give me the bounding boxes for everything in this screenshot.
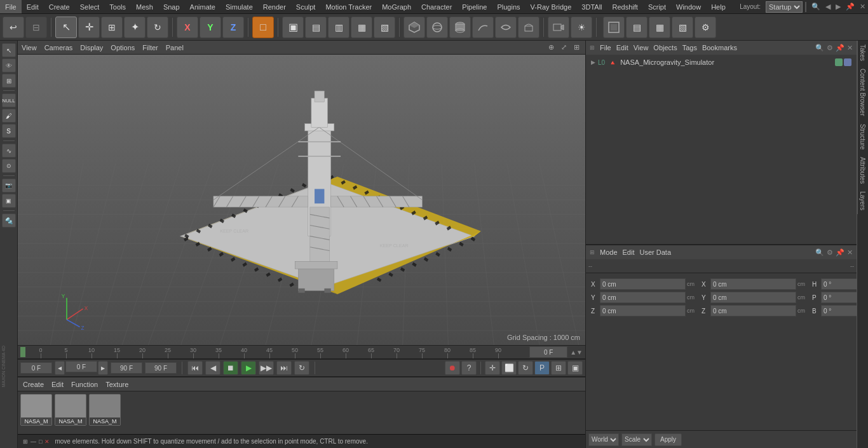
objects-menu-edit[interactable]: Edit: [616, 44, 628, 51]
p-tool-pb[interactable]: P: [534, 361, 550, 375]
frame-step-next-button[interactable]: ▶: [98, 361, 108, 375]
vp-icon-arrows[interactable]: ⤢: [559, 43, 569, 53]
motion-button[interactable]: ▧: [374, 17, 395, 38]
objects-pin-icon[interactable]: 📌: [836, 44, 844, 52]
attr-menu-mode[interactable]: Mode: [600, 248, 618, 256]
status-minimize-btn[interactable]: —: [31, 438, 36, 445]
material-thumb-1[interactable]: NASA_M: [55, 394, 86, 426]
lt-snap2[interactable]: ⊙: [2, 159, 16, 173]
lt-pointer[interactable]: ↖: [2, 43, 16, 57]
menu-character[interactable]: Character: [416, 0, 457, 13]
vp-icon-dots[interactable]: ⊕: [546, 43, 556, 53]
spline-button[interactable]: [472, 17, 494, 38]
lt-s-icon[interactable]: S: [2, 124, 16, 138]
mat-menu-texture[interactable]: Texture: [105, 381, 128, 388]
loop-button[interactable]: ↻: [294, 361, 309, 375]
z-axis-button[interactable]: Z: [222, 17, 244, 38]
light-button[interactable]: ☀: [571, 17, 592, 38]
apply-button[interactable]: Apply: [654, 433, 682, 446]
pos-x2-input[interactable]: [710, 278, 796, 290]
snap-button[interactable]: ▣: [282, 17, 304, 38]
menu-simulate[interactable]: Simulate: [220, 0, 258, 13]
record-button[interactable]: ⏺: [445, 361, 460, 375]
pos-z-input[interactable]: [600, 305, 686, 316]
start-frame-input[interactable]: [20, 362, 52, 374]
attr-menu-edit[interactable]: Edit: [623, 248, 635, 256]
objects-menu-view[interactable]: View: [634, 44, 649, 51]
create-tool-button[interactable]: ✦: [124, 17, 146, 38]
objects-menu-tags[interactable]: Tags: [682, 44, 697, 51]
layout-select[interactable]: Startup: [766, 1, 803, 13]
back-icon[interactable]: ◀: [823, 3, 833, 11]
menu-tools[interactable]: Tools: [104, 0, 131, 13]
rotate-tool-button[interactable]: ↻: [147, 17, 168, 38]
mat-menu-function[interactable]: Function: [71, 381, 98, 388]
sphere-button[interactable]: [426, 17, 448, 38]
cube-button[interactable]: [403, 17, 425, 38]
objects-menu-bookmarks[interactable]: Bookmarks: [702, 44, 737, 51]
search-icon[interactable]: 🔍: [809, 3, 823, 11]
current-frame-input[interactable]: [529, 346, 567, 358]
objects-search-icon[interactable]: 🔍: [815, 44, 824, 52]
frame-step-prev-button[interactable]: ◀: [55, 361, 65, 375]
menu-select[interactable]: Select: [75, 0, 105, 13]
object-mode-button[interactable]: □: [252, 17, 274, 38]
frame-arrows[interactable]: ▲▼: [570, 349, 583, 356]
redo-button[interactable]: ⊟: [25, 17, 47, 38]
object-item-nasa[interactable]: ▶ L0 🔺 NASA_Microgravity_Simulator: [588, 57, 854, 67]
vp-menu-display[interactable]: Display: [80, 44, 103, 51]
render-settings-button[interactable]: ⚙: [695, 17, 716, 38]
rotate-tool-pb[interactable]: ↻: [518, 361, 533, 375]
goto-end-button[interactable]: ⏭: [276, 361, 292, 375]
mat-menu-create[interactable]: Create: [23, 381, 44, 388]
current-frame-input2[interactable]: [65, 361, 97, 372]
menu-motion-tracker[interactable]: Motion Tracker: [320, 0, 377, 13]
menu-plugins[interactable]: Plugins: [492, 0, 525, 13]
render-active-button[interactable]: ▦: [649, 17, 670, 38]
select-tool-button[interactable]: ↖: [55, 17, 77, 38]
lt-grid[interactable]: ⊞: [2, 74, 16, 88]
close-menu-icon[interactable]: ✕: [857, 3, 868, 11]
object-expand-icon[interactable]: ▶: [591, 59, 595, 65]
world-select[interactable]: World: [588, 433, 619, 446]
lt-camera[interactable]: 📷: [2, 179, 16, 193]
menu-3dtall[interactable]: 3DTAll: [576, 0, 607, 13]
menu-edit[interactable]: Edit: [22, 0, 44, 13]
menu-help[interactable]: Help: [706, 0, 731, 13]
forward-icon[interactable]: ▶: [833, 3, 843, 11]
pos-z2-input[interactable]: [710, 305, 796, 316]
play-stop-button[interactable]: ⏹: [223, 361, 238, 375]
objects-menu-file[interactable]: File: [600, 44, 611, 51]
pin-icon[interactable]: 📌: [843, 3, 857, 11]
tab-structure[interactable]: Structure: [857, 120, 868, 154]
object-badge-1[interactable]: [835, 58, 843, 66]
lt-render2[interactable]: ▣: [2, 194, 16, 208]
deformer-button[interactable]: [518, 17, 539, 38]
render-tool-pb[interactable]: ▣: [567, 361, 583, 375]
end-frame-input2[interactable]: [145, 362, 177, 374]
play-back-button[interactable]: ◀: [205, 361, 220, 375]
attr-search-icon[interactable]: 🔍: [815, 248, 824, 257]
lt-curve[interactable]: ∿: [2, 144, 16, 158]
move-tool-pb[interactable]: ✛: [485, 361, 500, 375]
menu-vray[interactable]: V-Ray Bridge: [526, 0, 577, 13]
status-maximize-btn[interactable]: □: [39, 438, 42, 445]
lt-eye[interactable]: 👁: [2, 58, 16, 72]
vp-menu-options[interactable]: Options: [111, 44, 135, 51]
lt-paint[interactable]: 🖌: [2, 109, 16, 123]
objects-close-icon[interactable]: ✕: [847, 44, 853, 52]
attr-settings-icon[interactable]: ⚙: [827, 248, 833, 257]
film-button[interactable]: ▤: [305, 17, 327, 38]
box-tool-pb[interactable]: ⬜: [501, 361, 517, 375]
pos-y2-input[interactable]: [710, 292, 796, 303]
menu-script[interactable]: Script: [643, 0, 671, 13]
timeline-ruler[interactable]: 0 5 10 15 20 25 30 35 40 45 50 55 60 65 …: [18, 345, 585, 359]
render-queue-button[interactable]: ▧: [672, 17, 693, 38]
menu-file[interactable]: File: [0, 0, 22, 13]
tab-takes[interactable]: Takes: [857, 41, 868, 65]
goto-start-button[interactable]: ⏮: [187, 361, 203, 375]
anim-button[interactable]: ▥: [328, 17, 349, 38]
nurbs-button[interactable]: [495, 17, 517, 38]
render-region-button[interactable]: [603, 17, 625, 38]
attr-menu-userdata[interactable]: User Data: [640, 248, 672, 256]
